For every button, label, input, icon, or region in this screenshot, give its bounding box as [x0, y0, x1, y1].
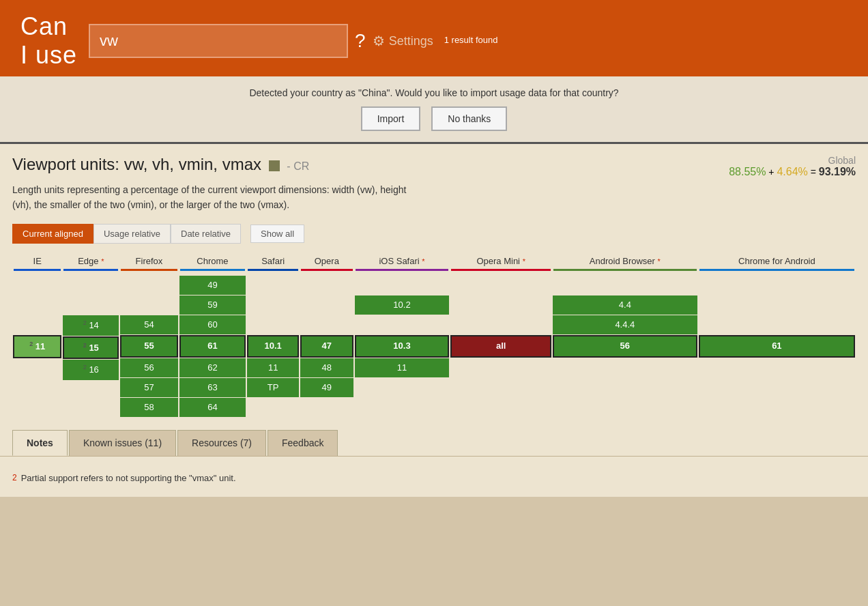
- version-cell: [247, 276, 299, 295]
- android-browser-versions: 4.4 4.4.4 56: [552, 275, 698, 418]
- version-cell: [699, 358, 855, 377]
- version-cell: [450, 295, 551, 315]
- version-cell: [699, 315, 855, 334]
- version-cell: [13, 359, 61, 378]
- version-cell: 49: [179, 276, 246, 295]
- date-relative-toggle[interactable]: Date relative: [171, 224, 241, 244]
- version-cell-current: 56: [553, 335, 697, 357]
- site-title: Can I use: [20, 12, 82, 70]
- current-aligned-toggle[interactable]: Current aligned: [12, 224, 93, 244]
- tab-resources[interactable]: Resources (7): [177, 430, 266, 456]
- doc-icon: [269, 160, 280, 171]
- version-cell: 57: [120, 378, 178, 397]
- version-cell: 60: [179, 315, 246, 334]
- version-cell: TP: [247, 378, 299, 397]
- notification-text: Detected your country as "China". Would …: [14, 87, 854, 98]
- browser-header-ios-safari: iOS Safari *: [354, 253, 450, 275]
- help-icon[interactable]: ?: [355, 30, 366, 52]
- version-cell: 59: [179, 295, 246, 315]
- notification-buttons: Import No thanks: [14, 106, 854, 131]
- version-cell: 63: [179, 378, 246, 397]
- version-cell: [355, 315, 450, 334]
- note-number: 2: [12, 473, 17, 483]
- version-cell: [300, 315, 353, 334]
- ios-safari-versions: 10.2 10.3 11: [354, 275, 450, 418]
- tab-notes[interactable]: Notes: [12, 430, 68, 456]
- version-cell: 64: [179, 398, 246, 417]
- browser-header-opera-mini: Opera Mini *: [450, 253, 551, 275]
- version-cell: [699, 276, 855, 295]
- version-cell: [450, 315, 551, 334]
- version-cell: [13, 315, 61, 334]
- notification-bar: Detected your country as "China". Would …: [0, 76, 868, 144]
- browser-header-android-browser: Android Browser *: [552, 253, 698, 275]
- global-label: Global: [828, 155, 856, 166]
- version-cell: 11: [355, 358, 450, 377]
- opera-mini-versions: all: [450, 275, 551, 418]
- version-cell: 2 16: [63, 360, 119, 380]
- version-cell: 62: [179, 358, 246, 377]
- header: Can I use ? ⚙ Settings 1 result found: [0, 0, 868, 76]
- version-cell: [13, 295, 61, 315]
- stat-equals: =: [811, 167, 816, 177]
- result-count: 1 result found: [444, 32, 498, 50]
- compat-row: 2 11 2 14 2 15 2 16 54 55: [12, 275, 856, 418]
- version-cell: [247, 315, 299, 334]
- feature-title: Viewport units: vw, vh, vmin, vmax - CR: [12, 155, 309, 173]
- firefox-versions: 54 55 56 57 58: [119, 275, 179, 418]
- version-cell-current: 10.1: [247, 335, 299, 357]
- feature-description: Length units representing a percentage o…: [12, 182, 408, 213]
- settings-area[interactable]: ⚙ Settings: [373, 33, 433, 49]
- browser-header-firefox: Firefox: [119, 253, 179, 275]
- show-all-button[interactable]: Show all: [250, 225, 304, 243]
- global-stats: Global 88.55% + 4.64% = 93.19%: [729, 155, 856, 178]
- version-cell: [120, 276, 178, 295]
- version-cell: [355, 276, 450, 295]
- opera-versions: 47 48 49: [300, 275, 353, 418]
- version-cell-current: 61: [699, 335, 855, 357]
- version-cell: 4.4.4: [553, 315, 697, 334]
- browser-header-safari: Safari: [246, 253, 300, 275]
- version-cell: 58: [120, 398, 178, 417]
- version-cell: 2 14: [63, 315, 119, 336]
- version-cell: 10.2: [355, 295, 450, 315]
- version-cell: [63, 276, 119, 295]
- edge-versions: 2 14 2 15 2 16: [62, 275, 119, 418]
- compat-table: IE Edge * Firefox Chrome Safari: [12, 253, 856, 418]
- version-cell-current: 2 11: [13, 335, 61, 358]
- version-cell-current: 10.3: [355, 335, 450, 357]
- usage-relative-toggle[interactable]: Usage relative: [93, 224, 171, 244]
- settings-label: Settings: [389, 34, 433, 48]
- chrome-android-versions: 61: [698, 275, 856, 418]
- version-cell-current: all: [450, 335, 551, 357]
- version-cell: 11: [247, 358, 299, 377]
- version-cell: [63, 295, 119, 315]
- browser-header-opera: Opera: [300, 253, 353, 275]
- version-cell: [300, 295, 353, 315]
- version-cell: [450, 358, 551, 377]
- version-cell: 56: [120, 358, 178, 377]
- chrome-versions: 49 59 60 61 62 63 64: [179, 275, 247, 418]
- version-cell: [120, 295, 178, 315]
- browser-header-edge: Edge *: [62, 253, 119, 275]
- feature-title-row: Viewport units: vw, vh, vmin, vmax - CR …: [12, 155, 856, 178]
- version-cell: 54: [120, 315, 178, 334]
- tab-feedback[interactable]: Feedback: [267, 430, 338, 456]
- version-cell-current: 61: [179, 335, 246, 357]
- view-toggles: Current aligned Usage relative Date rela…: [12, 224, 856, 244]
- stat-green: 88.55%: [729, 166, 766, 177]
- version-cell-current: 2 15: [63, 336, 119, 360]
- stat-yellow: 4.64%: [777, 166, 807, 177]
- feature-cr: - CR: [287, 160, 309, 172]
- import-button[interactable]: Import: [361, 106, 421, 131]
- search-input[interactable]: [89, 24, 348, 58]
- tab-known-issues[interactable]: Known issues (11): [69, 430, 176, 456]
- version-cell: [450, 276, 551, 295]
- version-cell-current: 47: [300, 335, 353, 357]
- stat-total: 93.19%: [819, 166, 856, 177]
- browser-header-ie: IE: [12, 253, 62, 275]
- stat-plus: +: [768, 167, 774, 177]
- safari-versions: 10.1 11 TP: [246, 275, 300, 418]
- no-thanks-button[interactable]: No thanks: [431, 106, 507, 131]
- browser-header-chrome: Chrome: [179, 253, 247, 275]
